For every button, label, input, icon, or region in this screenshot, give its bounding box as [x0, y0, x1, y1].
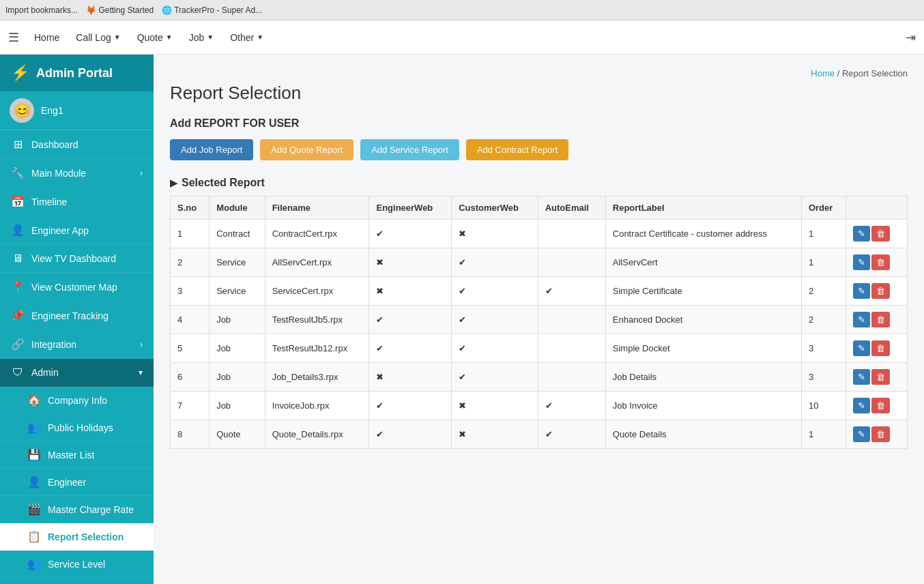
- sidebar-label-service-level: Service Level: [48, 559, 105, 570]
- cell-engineerweb: ✖: [369, 277, 452, 306]
- sidebar-item-company-info[interactable]: 🏠 Company Info: [0, 387, 154, 414]
- cell-engineerweb: ✖: [369, 363, 452, 392]
- delete-row-button[interactable]: 🗑: [871, 312, 890, 327]
- add-job-report-button[interactable]: Add Job Report: [170, 139, 253, 160]
- sidebar-item-engineer-tracking[interactable]: 📌 Engineer Tracking: [0, 302, 154, 330]
- sidebar-label-public-holidays: Public Holidays: [48, 422, 113, 433]
- cell-filename: ContractCert.rpx: [265, 220, 369, 248]
- nav-job[interactable]: Job ▼: [182, 28, 220, 47]
- sidebar-label-view-tv: View TV Dashboard: [31, 253, 116, 264]
- delete-row-button[interactable]: 🗑: [871, 226, 890, 242]
- breadcrumb-home[interactable]: Home: [811, 68, 835, 78]
- avatar: 😊: [10, 98, 34, 123]
- sidebar-item-master-list[interactable]: 💾 Master List: [0, 441, 154, 469]
- cell-engineerweb: ✔: [369, 392, 452, 420]
- browser-tab-2[interactable]: 🦊 Getting Started: [86, 5, 154, 15]
- selected-report-label: Selected Report: [182, 177, 265, 189]
- browser-tab-1[interactable]: Import bookmarks...: [5, 5, 78, 15]
- dashboard-icon: ⊞: [11, 138, 25, 151]
- cell-module: Job: [210, 363, 265, 392]
- sidebar-item-engineer-app[interactable]: 👤 Engineer App: [0, 216, 154, 245]
- edit-row-button[interactable]: ✎: [853, 226, 870, 242]
- cell-module: Job: [210, 306, 265, 334]
- edit-row-button[interactable]: ✎: [853, 283, 870, 299]
- cell-filename: AllServCert.rpx: [265, 248, 369, 277]
- sidebar-item-admin[interactable]: 🛡 Admin ▾: [0, 359, 154, 387]
- table-row: 3ServiceServiceCert.rpx✖✔✔Simple Certifi…: [171, 277, 908, 306]
- sidebar-item-engineer[interactable]: 👤 Engineer: [0, 469, 154, 496]
- edit-row-button[interactable]: ✎: [853, 426, 870, 442]
- cell-actions: ✎🗑: [846, 277, 908, 306]
- delete-row-button[interactable]: 🗑: [871, 426, 890, 442]
- edit-row-button[interactable]: ✎: [853, 312, 870, 327]
- breadcrumb: Home / Report Selection: [170, 68, 908, 78]
- sidebar-label-report-selection: Report Selection: [48, 531, 124, 542]
- add-contract-report-button[interactable]: Add Contract Report: [466, 139, 569, 160]
- table-row: 1ContractContractCert.rpx✔✖Contract Cert…: [171, 220, 908, 248]
- cell-customerweb: ✔: [452, 248, 538, 277]
- hamburger-icon[interactable]: ☰: [8, 30, 19, 45]
- col-module: Module: [210, 196, 265, 220]
- cell-module: Contract: [210, 220, 265, 248]
- delete-row-button[interactable]: 🗑: [871, 254, 890, 270]
- logout-button[interactable]: ⇥: [906, 30, 916, 45]
- cell-order: 3: [801, 334, 846, 363]
- sidebar-user: 😊 Eng1: [0, 91, 154, 130]
- sidebar-label-main-module: Main Module: [31, 168, 86, 179]
- sidebar-item-master-charge-rate[interactable]: 🎬 Master Charge Rate: [0, 496, 154, 523]
- tracking-icon: 📌: [11, 309, 25, 322]
- sidebar-item-main-module[interactable]: 🔧 Main Module ›: [0, 159, 154, 188]
- cell-order: 10: [801, 392, 846, 420]
- sidebar-item-public-holidays[interactable]: 👥 Public Holidays: [0, 414, 154, 441]
- cell-customerweb: ✔: [452, 277, 538, 306]
- cell-engineerweb: ✔: [369, 420, 452, 449]
- edit-row-button[interactable]: ✎: [853, 369, 870, 385]
- cell-customerweb: ✔: [452, 363, 538, 392]
- delete-row-button[interactable]: 🗑: [871, 398, 890, 413]
- report-selection-icon: 📋: [27, 530, 41, 543]
- nav-calllog[interactable]: Call Log ▼: [69, 28, 127, 47]
- nav-other[interactable]: Other ▼: [223, 28, 270, 47]
- add-service-report-button[interactable]: Add Service Report: [360, 139, 459, 160]
- cell-actions: ✎🗑: [846, 220, 908, 248]
- main-content: Home / Report Selection Report Selection…: [154, 55, 924, 584]
- browser-tab-3[interactable]: 🌐 TrackerPro - Super Ad...: [162, 5, 262, 15]
- breadcrumb-current: Report Selection: [842, 68, 908, 78]
- caret-icon: ▶: [170, 177, 177, 188]
- sidebar-header: ⚡ Admin Portal: [0, 55, 154, 91]
- browser-bar: Import bookmarks... 🦊 Getting Started 🌐 …: [0, 0, 924, 20]
- nav-home[interactable]: Home: [27, 28, 66, 47]
- sidebar-username: Eng1: [41, 105, 63, 116]
- sidebar-item-dashboard[interactable]: ⊞ Dashboard: [0, 130, 154, 159]
- tv-icon: 🖥: [11, 252, 25, 265]
- sidebar-nav: ⊞ Dashboard 🔧 Main Module › 📅 Timeline 👤…: [0, 130, 154, 584]
- sidebar-item-integration[interactable]: 🔗 Integration ›: [0, 330, 154, 359]
- table-row: 5JobTestResultJb12.rpx✔✔Simple Docket3✎🗑: [171, 334, 908, 363]
- sidebar-label-timeline: Timeline: [31, 196, 67, 207]
- cell-module: Job: [210, 392, 265, 420]
- sidebar-item-service-level[interactable]: 👥 Service Level: [0, 551, 154, 578]
- edit-row-button[interactable]: ✎: [853, 340, 870, 356]
- cell-reportlabel: Job Details: [605, 363, 801, 392]
- cell-actions: ✎🗑: [846, 420, 908, 449]
- sidebar-item-timeline[interactable]: 📅 Timeline: [0, 188, 154, 216]
- delete-row-button[interactable]: 🗑: [871, 340, 890, 356]
- sidebar-item-view-tv[interactable]: 🖥 View TV Dashboard: [0, 245, 154, 273]
- company-info-icon: 🏠: [27, 394, 41, 407]
- sidebar: ⚡ Admin Portal 😊 Eng1 ⊞ Dashboard 🔧 Main…: [0, 55, 154, 584]
- delete-row-button[interactable]: 🗑: [871, 283, 890, 299]
- sidebar-title: Admin Portal: [36, 66, 113, 81]
- edit-row-button[interactable]: ✎: [853, 398, 870, 413]
- table-row: 8QuoteQuote_Details.rpx✔✖✔Quote Details1…: [171, 420, 908, 449]
- edit-row-button[interactable]: ✎: [853, 254, 870, 270]
- nav-quote[interactable]: Quote ▼: [130, 28, 179, 47]
- cell-sno: 5: [171, 334, 210, 363]
- engineer-app-icon: 👤: [11, 224, 25, 237]
- add-quote-report-button[interactable]: Add Quote Report: [260, 139, 353, 160]
- sidebar-item-report-selection[interactable]: 📋 Report Selection: [0, 523, 154, 551]
- sidebar-label-engineer-tracking: Engineer Tracking: [31, 310, 109, 321]
- cell-filename: ServiceCert.rpx: [265, 277, 369, 306]
- delete-row-button[interactable]: 🗑: [871, 369, 890, 385]
- cell-engineerweb: ✔: [369, 220, 452, 248]
- sidebar-item-view-customer-map[interactable]: 📍 View Customer Map: [0, 273, 154, 302]
